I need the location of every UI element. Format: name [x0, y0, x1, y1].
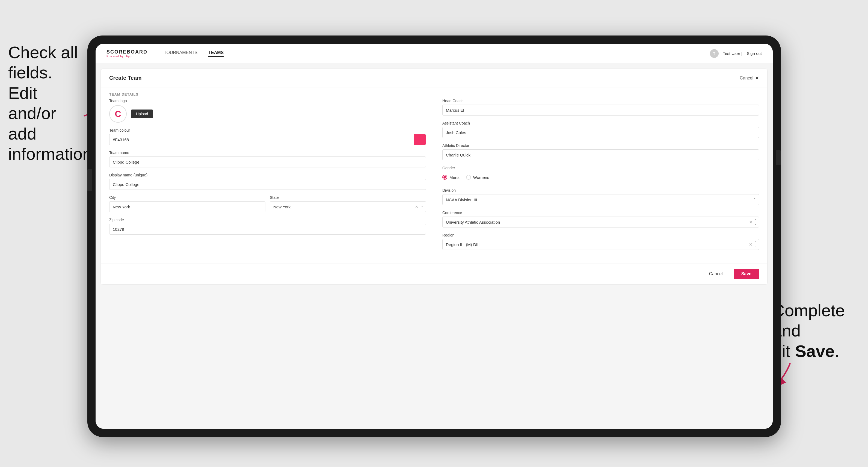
instruction-line3: information. [8, 145, 97, 163]
form-body: Team logo C Upload Team colour [101, 99, 767, 263]
panel-cancel-btn[interactable]: Cancel ✕ [740, 75, 759, 81]
city-input[interactable] [109, 201, 266, 212]
nav-right: T Test User | Sign out [710, 49, 762, 58]
region-arrows-icon: ⌃⌄ [754, 241, 757, 248]
head-coach-input[interactable] [442, 104, 759, 116]
panel-header: Create Team Cancel ✕ [101, 69, 767, 87]
region-input[interactable] [442, 239, 759, 250]
conference-group: Conference ✕ ⌃⌄ [442, 211, 759, 227]
conference-clear-icon[interactable]: ✕ [749, 220, 752, 225]
gender-womens-option[interactable]: Womens [466, 175, 489, 180]
zip-input[interactable] [109, 224, 426, 235]
region-clear-icon[interactable]: ✕ [749, 242, 752, 247]
athletic-director-group: Athletic Director [442, 144, 759, 160]
team-colour-label: Team colour [109, 128, 426, 132]
instruction-right-end: . [835, 342, 839, 361]
city-group: City [109, 195, 266, 212]
nav-username: Test User | [723, 51, 742, 56]
conference-controls: ✕ ⌃⌄ [749, 219, 757, 225]
footer-cancel-button[interactable]: Cancel [703, 269, 729, 279]
division-group: Division NCAA Division III [442, 188, 759, 205]
assistant-coach-input[interactable] [442, 127, 759, 138]
city-state-row: City State ✕ ⌃ [109, 195, 426, 212]
conference-arrows-icon: ⌃⌄ [754, 219, 757, 225]
logo-letter: C [115, 109, 121, 119]
save-button[interactable]: Save [734, 269, 759, 279]
state-group: State ✕ ⌃ [270, 195, 426, 212]
gender-row: Mens Womens [442, 172, 759, 183]
team-logo-circle: C [109, 105, 127, 123]
create-team-panel: Create Team Cancel ✕ TEAM DETAILS Team l… [101, 69, 767, 284]
cancel-label: Cancel [740, 76, 753, 81]
team-logo-label: Team logo [109, 99, 426, 103]
conference-input[interactable] [442, 217, 759, 227]
state-select-wrapper: ✕ ⌃ [270, 201, 426, 212]
close-icon[interactable]: ✕ [755, 75, 759, 81]
region-label: Region [442, 233, 759, 237]
nav-teams[interactable]: TEAMS [208, 50, 224, 57]
division-label: Division [442, 188, 759, 192]
display-name-label: Display name (unique) [109, 173, 426, 177]
user-avatar: T [710, 49, 719, 58]
mens-label: Mens [450, 175, 460, 180]
display-name-input[interactable] [109, 179, 426, 190]
color-input-row [109, 134, 426, 145]
nav-signout[interactable]: Sign out [747, 51, 762, 56]
team-name-group: Team name [109, 151, 426, 167]
state-input[interactable] [270, 201, 426, 212]
city-state-group: City State ✕ ⌃ [109, 195, 426, 212]
head-coach-group: Head Coach [442, 99, 759, 116]
main-content: Create Team Cancel ✕ TEAM DETAILS Team l… [96, 63, 773, 429]
state-label: State [270, 195, 426, 199]
state-clear-icon[interactable]: ✕ [415, 205, 418, 209]
head-coach-label: Head Coach [442, 99, 759, 103]
instruction-right-line1: Complete and [772, 301, 845, 340]
panel-title: Create Team [109, 75, 142, 81]
zip-label: Zip code [109, 218, 426, 222]
team-colour-group: Team colour [109, 128, 426, 145]
division-select-wrapper: NCAA Division III [442, 194, 759, 205]
gender-label: Gender [442, 166, 759, 170]
color-text-input[interactable] [109, 134, 414, 145]
tablet-power-button [776, 150, 781, 165]
team-logo-group: Team logo C Upload [109, 99, 426, 123]
gender-group: Gender Mens Womens [442, 166, 759, 183]
form-right: Head Coach Assistant Coach Athletic Dire… [442, 99, 759, 255]
instruction-line2: Edit and/or add [8, 84, 56, 143]
tablet-frame: SCOREBOARD Powered by clippd TOURNAMENTS… [87, 35, 781, 437]
zip-code-group: Zip code [109, 218, 426, 235]
tablet-volume-button [87, 169, 92, 191]
instruction-line1: Check all fields. [8, 43, 78, 82]
panel-footer: Cancel Save [101, 263, 767, 284]
nav-bar: SCOREBOARD Powered by clippd TOURNAMENTS… [96, 44, 773, 63]
tablet-screen: SCOREBOARD Powered by clippd TOURNAMENTS… [96, 44, 773, 429]
conference-label: Conference [442, 211, 759, 215]
team-name-label: Team name [109, 151, 426, 155]
color-swatch[interactable] [414, 134, 426, 145]
gender-mens-option[interactable]: Mens [442, 175, 460, 180]
assistant-coach-label: Assistant Coach [442, 121, 759, 125]
left-instruction: Check all fields. Edit and/or add inform… [8, 42, 85, 164]
right-instruction: Complete and hit Save. [772, 301, 860, 361]
form-left: Team logo C Upload Team colour [109, 99, 426, 255]
mens-radio-dot[interactable] [442, 175, 447, 180]
display-name-group: Display name (unique) [109, 173, 426, 190]
nav-tournaments[interactable]: TOURNAMENTS [164, 50, 197, 57]
logo-sub: Powered by clippd [106, 55, 148, 58]
team-name-input[interactable] [109, 156, 426, 167]
division-select[interactable]: NCAA Division III [442, 194, 759, 205]
athletic-director-input[interactable] [442, 149, 759, 160]
city-label: City [109, 195, 266, 199]
region-group: Region ✕ ⌃⌄ [442, 233, 759, 250]
upload-button[interactable]: Upload [131, 110, 153, 118]
logo-area: C Upload [109, 105, 426, 123]
womens-label: Womens [473, 175, 489, 180]
logo-title: SCOREBOARD [106, 49, 148, 55]
athletic-director-label: Athletic Director [442, 144, 759, 148]
nav-links: TOURNAMENTS TEAMS [164, 50, 710, 57]
womens-radio-dot[interactable] [466, 175, 471, 180]
assistant-coach-group: Assistant Coach [442, 121, 759, 138]
region-controls: ✕ ⌃⌄ [749, 241, 757, 248]
section-label: TEAM DETAILS [101, 87, 767, 99]
instruction-right-line2-bold: Save [795, 342, 835, 361]
